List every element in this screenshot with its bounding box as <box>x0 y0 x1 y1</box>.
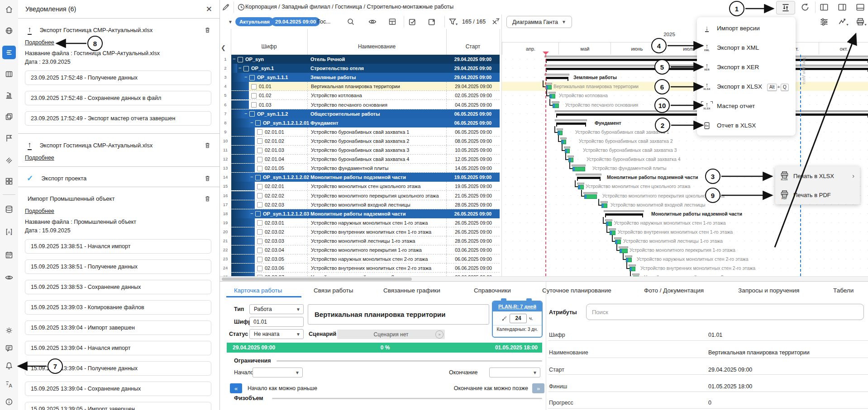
row-checkbox[interactable] <box>257 157 262 162</box>
clear-filter-icon[interactable] <box>490 16 501 27</box>
sidebar-item-home[interactable] <box>2 3 16 16</box>
gantt-links-icon[interactable]: ▼ <box>837 16 849 27</box>
status-select[interactable]: Не начата▼ <box>249 329 304 339</box>
table-row[interactable]: 1202.01.04Устройство буронабивных свай з… <box>220 155 501 164</box>
layout-right-icon[interactable] <box>836 2 848 13</box>
work-name-field[interactable]: Вертикальная планировка территории <box>308 304 489 325</box>
summary-bar[interactable] <box>577 177 601 179</box>
details-link[interactable]: Подробнее <box>25 155 54 161</box>
table-row[interactable]: 2−OP_syn.1Строительство отеля29.04.2025 … <box>220 64 501 73</box>
row-content[interactable]: 02.03.06Устройство внутренних монолитных… <box>231 264 500 273</box>
row-checkbox[interactable] <box>257 193 262 198</box>
sidebar-item-database[interactable] <box>2 203 16 216</box>
tab-item-4[interactable]: Суточное планирование <box>542 286 611 296</box>
alap-button[interactable]: » <box>532 383 544 393</box>
summary-bar[interactable] <box>605 213 643 216</box>
column-header-code[interactable]: Шифр <box>231 43 307 50</box>
import-export-menu-button[interactable] <box>776 1 795 14</box>
plan-duration-link[interactable]: PLAN-R: 7 дней <box>493 302 542 311</box>
sidebar-item-notifications[interactable] <box>2 359 16 372</box>
collapse-row-icon[interactable]: − <box>250 118 253 127</box>
table-row[interactable]: 1502.02.01Устройство монолитных стен цок… <box>220 182 501 191</box>
task-bar[interactable] <box>630 267 635 271</box>
attributes-search-input[interactable] <box>586 304 864 320</box>
task-bar[interactable] <box>615 240 621 244</box>
table-row[interactable]: 3−OP_syn.1.1.1Земляные работы29.04.2025 … <box>220 73 501 82</box>
table-row[interactable]: 2502.03.07Устройство монолитной лестницы… <box>220 273 501 276</box>
table-row[interactable]: 401.01Вертикальная планировка территории… <box>220 82 501 91</box>
collapse-row-icon[interactable]: − <box>250 209 253 218</box>
task-bar[interactable] <box>565 149 570 153</box>
table-row[interactable]: 1102.01.03Устройство буронабивных свай з… <box>220 146 501 155</box>
task-bar[interactable] <box>553 104 559 108</box>
row-content[interactable]: 02.03.05Устройство наружных монолитных с… <box>231 254 500 264</box>
summary-bar[interactable] <box>556 123 586 125</box>
row-content[interactable]: 02.03.02Устройство внутренних монолитных… <box>231 227 500 236</box>
table-row[interactable]: 2302.03.05Устройство наружных монолитных… <box>220 254 501 264</box>
row-content[interactable]: 02.03.01Устройство наружных монолитных с… <box>231 218 500 227</box>
table-row[interactable]: 2002.03.02Устройство внутренних монолитн… <box>220 227 501 236</box>
table-row[interactable]: 1902.03.01Устройство наружных монолитных… <box>220 218 501 227</box>
menu-item-master[interactable]: ↑XLSXМастер отчет <box>697 96 796 116</box>
table-row[interactable]: 2202.03.04Устройство монолитного перекры… <box>220 245 501 254</box>
row-checkbox[interactable] <box>249 75 255 80</box>
eye-icon[interactable] <box>367 16 378 27</box>
sidebar-item-theme[interactable] <box>2 324 16 337</box>
tab-item-2[interactable]: Связанные графики <box>383 286 440 296</box>
asap-button[interactable]: « <box>230 383 242 393</box>
table-row[interactable]: 18−OP_syn.1.1.2.1.2.03Монолитные работы … <box>220 209 501 218</box>
task-bar[interactable] <box>561 140 566 144</box>
tab-item-7[interactable]: Табели <box>833 286 854 296</box>
row-checkbox[interactable] <box>249 111 255 117</box>
table-row[interactable]: 7−OP_syn.1.1.2Общестроительные работы06.… <box>220 109 501 118</box>
row-checkbox[interactable] <box>251 102 257 108</box>
task-bar[interactable] <box>584 194 597 199</box>
menu-item-up-xer[interactable]: ↑XERЭкспорт в XER <box>697 57 796 77</box>
row-checkbox[interactable] <box>257 257 262 262</box>
row-checkbox[interactable] <box>257 166 262 171</box>
sidebar-item-eye[interactable] <box>2 271 16 284</box>
row-content[interactable]: −OP_syn.1.1.2.1.2.03Монолитные работы на… <box>231 209 500 218</box>
sidebar-item-copy[interactable] <box>2 110 16 123</box>
row-content[interactable]: 02.03.03Устройство монолитной лестницы 1… <box>231 236 500 245</box>
chevron-down-icon[interactable]: ▼ <box>224 16 236 27</box>
sidebar-item-comments[interactable] <box>2 341 16 355</box>
task-bar[interactable] <box>572 167 585 171</box>
trash-icon[interactable] <box>204 195 211 203</box>
task-bar[interactable] <box>620 249 628 253</box>
tab-item-1[interactable]: Связи работы <box>314 286 353 296</box>
layout-left-icon[interactable] <box>818 2 830 13</box>
gantt-settings-icon[interactable] <box>818 16 830 27</box>
table-row[interactable]: 1302.01.05Устройство фундаментной плиты1… <box>220 164 501 173</box>
table-row[interactable]: 2102.03.03Устройство монолитной лестницы… <box>220 236 501 245</box>
trash-icon[interactable] <box>204 141 211 149</box>
check-all-icon[interactable] <box>406 16 418 27</box>
collapse-row-icon[interactable]: − <box>238 64 241 73</box>
row-checkbox[interactable] <box>255 120 261 126</box>
refresh-icon[interactable] <box>799 2 811 13</box>
task-bar[interactable] <box>578 185 584 189</box>
row-checkbox[interactable] <box>257 266 262 271</box>
menu-item-import[interactable]: ↓Импорт версии <box>697 19 796 38</box>
row-content[interactable]: −OP_synОтель Речной29.04.2025 09:00 <box>231 55 500 64</box>
details-link[interactable]: Подробнее <box>25 208 54 214</box>
row-checkbox[interactable] <box>257 148 262 153</box>
row-content[interactable]: −OP_syn.1.1.2.1.2.01Фундамент06.05.2025 … <box>231 118 500 127</box>
table-row[interactable]: 8−OP_syn.1.1.2.1.2.01Фундамент06.05.2025… <box>220 118 501 127</box>
table-row[interactable]: 501.02Устройство котлована02.05.2025 09:… <box>220 91 501 100</box>
menu-item-up-xlsx[interactable]: ↑XLSXЭкспорт в XLSXAlt+Q <box>697 77 796 96</box>
table-row[interactable]: 902.01.01Устройство буронабивных свай за… <box>220 127 501 137</box>
row-content[interactable]: −OP_syn.1Строительство отеля29.04.2025 0… <box>231 64 500 73</box>
columns-layout-icon[interactable] <box>386 16 398 27</box>
row-content[interactable]: 02.02.01Устройство монолитных стен цокол… <box>231 182 500 191</box>
table-row[interactable]: 14−OP_syn.1.1.2.1.2.02Монолитные работы … <box>220 173 501 182</box>
row-content[interactable]: 02.02.03Устройство монолитной входной ле… <box>231 200 500 209</box>
print-menu-item-pdf[interactable]: PDFПечать в PDF <box>775 185 860 204</box>
sidebar-item-tasks[interactable] <box>2 46 16 59</box>
sidebar-item-text-style[interactable]: A <box>2 225 16 239</box>
row-content[interactable]: 02.03.04Устройство монолитного перекрыти… <box>231 245 500 254</box>
row-checkbox[interactable] <box>243 66 249 71</box>
code-input[interactable] <box>249 317 304 327</box>
row-checkbox[interactable] <box>255 211 261 217</box>
sidebar-item-calendar[interactable] <box>2 248 16 262</box>
